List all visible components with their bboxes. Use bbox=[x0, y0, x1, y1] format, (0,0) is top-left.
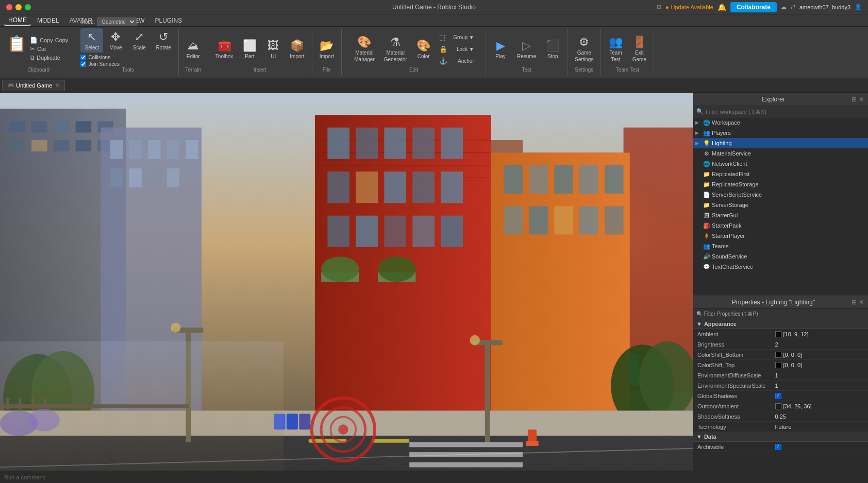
appearance-section[interactable]: ▼ Appearance bbox=[693, 319, 868, 329]
menu-model[interactable]: MODEL bbox=[33, 16, 63, 25]
tree-arrow: ▶ bbox=[695, 130, 702, 135]
duplicate-button[interactable]: ⧉Duplicate bbox=[28, 54, 70, 62]
group-button[interactable]: ⬚Group ▼ bbox=[436, 32, 477, 42]
tree-item-serverscriptservice[interactable]: ▶ 📄 ServerScriptService bbox=[693, 189, 868, 200]
collisions-checkbox[interactable] bbox=[80, 55, 86, 60]
terrain-editor-button[interactable]: ⛰ Editor bbox=[182, 37, 205, 61]
properties-filter[interactable]: 🔍 Filter Properties (⇧⌘P) bbox=[693, 309, 868, 319]
tree-item-networkclient[interactable]: ▶ 🌐 NetworkClient bbox=[693, 159, 868, 169]
tree-item-serverstorage[interactable]: ▶ 📁 ServerStorage bbox=[693, 200, 868, 210]
properties-close-icon[interactable]: ✕ bbox=[859, 299, 864, 306]
tree-item-replicatedfirst[interactable]: ▶ 📁 ReplicatedFirst bbox=[693, 169, 868, 179]
mode-select[interactable]: Geometric bbox=[97, 18, 137, 26]
stop-button[interactable]: ⬛ Stop bbox=[541, 37, 564, 61]
colorshift-bottom-swatch[interactable] bbox=[775, 352, 781, 358]
svg-rect-23 bbox=[148, 168, 160, 187]
explorer-filter[interactable]: 🔍 bbox=[693, 106, 868, 117]
toolbox-button[interactable]: 🧰 Toolbox bbox=[211, 37, 237, 61]
tree-item-teams[interactable]: ▶ 👥 Teams bbox=[693, 241, 868, 251]
minimize-button[interactable] bbox=[15, 4, 22, 10]
tree-item-label: NetworkClient bbox=[712, 161, 747, 167]
explorer-filter-input[interactable] bbox=[706, 109, 865, 115]
viewport[interactable]: FUNDAMENTALS bbox=[0, 93, 693, 471]
prop-colorshift-bottom: ColorShift_Bottom [0, 0, 0] bbox=[693, 350, 868, 360]
ui-button[interactable]: 🖼 UI bbox=[262, 37, 285, 61]
properties-expand-icon[interactable]: ⊞ bbox=[852, 299, 857, 306]
colorshift-top-swatch[interactable] bbox=[775, 362, 781, 368]
tree-item-starterpack[interactable]: ▶ 🎒 StarterPack bbox=[693, 220, 868, 231]
mode-label: Mode: bbox=[80, 19, 95, 25]
archivable-checkbox[interactable]: ✓ bbox=[775, 444, 781, 450]
material-generator-button[interactable]: ⚗ Material Generator bbox=[380, 33, 411, 64]
move-tool-button[interactable]: ✥ Move bbox=[104, 28, 127, 53]
lock-button[interactable]: 🔒Lock ▼ bbox=[436, 44, 477, 54]
svg-rect-99 bbox=[287, 414, 298, 430]
nav-tabs: 🎮 Untitled Game ✕ bbox=[0, 78, 868, 93]
tree-item-soundservice[interactable]: ▶ 🔊 SoundService bbox=[693, 251, 868, 262]
copy-button[interactable]: 📄CopyCopy bbox=[28, 36, 70, 44]
svg-rect-19 bbox=[167, 140, 179, 159]
tree-item-workspace[interactable]: ▶ 🌐 Workspace bbox=[693, 117, 868, 128]
tree-item-players[interactable]: ▶ 👥 Players bbox=[693, 128, 868, 138]
select-tool-button[interactable]: ↖ Select bbox=[80, 28, 103, 53]
paste-button[interactable]: 📋 📄CopyCopy ✂Cut ⧉Duplicate bbox=[3, 34, 74, 64]
data-section[interactable]: ▼ Data bbox=[693, 432, 868, 442]
svg-rect-51 bbox=[441, 216, 463, 247]
outdoor-ambient-swatch[interactable] bbox=[775, 403, 781, 409]
tree-item-textchatservice[interactable]: ▶ 💬 TextChatService bbox=[693, 262, 868, 272]
tree-item-starterplayer[interactable]: ▶ 🧍 StarterPlayer bbox=[693, 231, 868, 241]
import-button[interactable]: 📂 Import bbox=[315, 37, 338, 61]
file-section: 📂 Import File bbox=[312, 29, 342, 76]
tab-untitled-game[interactable]: 🎮 Untitled Game ✕ bbox=[2, 80, 65, 91]
maximize-icon[interactable]: ⊞ bbox=[657, 4, 661, 10]
game-settings-button[interactable]: ⚙ Game Settings bbox=[571, 33, 597, 64]
resume-button[interactable]: ▷ Resume bbox=[513, 37, 540, 61]
material-manager-button[interactable]: 🎨 Material Manager bbox=[350, 33, 378, 64]
svg-point-89 bbox=[338, 424, 348, 435]
window-title: Untitled Game - Roblox Studio bbox=[392, 4, 476, 11]
tree-item-label: MaterialService bbox=[712, 150, 751, 157]
terrain-label: Terrain bbox=[186, 67, 202, 74]
rotate-tool-button[interactable]: ↺ Rotate bbox=[152, 28, 175, 53]
tree-item-replicatedstorage[interactable]: ▶ 📁 ReplicatedStorage bbox=[693, 179, 868, 189]
command-input[interactable]: Run a command bbox=[4, 474, 46, 480]
section-arrow: ▼ bbox=[696, 321, 702, 327]
import3d-button[interactable]: 📦 Import bbox=[286, 37, 308, 61]
scale-tool-button[interactable]: ⤢ Scale bbox=[128, 28, 151, 53]
tree-item-lighting[interactable]: ▶ 💡 Lighting bbox=[693, 138, 868, 148]
update-available-badge[interactable]: ● ● Update Available Update Available bbox=[665, 4, 713, 10]
join-surfaces-checkbox[interactable] bbox=[80, 61, 86, 67]
svg-rect-79 bbox=[409, 442, 523, 447]
explorer-expand-icon[interactable]: ⊞ bbox=[852, 96, 857, 103]
tree-item-label: Workspace bbox=[712, 119, 740, 126]
anchor-button[interactable]: ⚓Anchor bbox=[436, 56, 477, 66]
tree-item-materialservice[interactable]: ▶ ⚙ MaterialService bbox=[693, 148, 868, 159]
close-button[interactable] bbox=[6, 4, 12, 10]
prop-env-diffuse: EnvironmentDiffuseScale 1 bbox=[693, 370, 868, 381]
teams-icon: 👥 bbox=[703, 242, 711, 250]
team-test-button[interactable]: 👥 Team Test bbox=[604, 33, 627, 64]
svg-point-95 bbox=[470, 335, 480, 346]
notification-icon[interactable]: 🔔 bbox=[717, 3, 726, 11]
svg-rect-100 bbox=[299, 414, 310, 430]
user-avatar[interactable]: 👤 bbox=[855, 4, 862, 10]
play-button[interactable]: ▶ Play bbox=[489, 37, 512, 61]
global-shadows-checkbox[interactable]: ✓ bbox=[775, 393, 781, 399]
part-button[interactable]: ⬜ Part bbox=[238, 37, 261, 61]
clipboard-section: 📋 📄CopyCopy ✂Cut ⧉Duplicate Clipboard bbox=[0, 29, 77, 76]
ambient-swatch[interactable] bbox=[775, 331, 781, 337]
exit-game-button[interactable]: 🚪 Exit Game bbox=[628, 33, 650, 64]
cut-button[interactable]: ✂Cut bbox=[28, 45, 70, 53]
tree-item-startergui[interactable]: ▶ 🖼 StarterGui bbox=[693, 210, 868, 220]
explorer-close-icon[interactable]: ✕ bbox=[859, 96, 864, 103]
team-test-section: 👥 Team Test 🚪 Exit Game Team Test bbox=[601, 29, 654, 76]
menu-home[interactable]: HOME bbox=[4, 15, 31, 26]
maximize-button[interactable] bbox=[25, 4, 31, 10]
svg-rect-16 bbox=[110, 140, 123, 159]
tab-close-button[interactable]: ✕ bbox=[55, 82, 59, 88]
collaborate-button[interactable]: Collaborate bbox=[730, 2, 777, 12]
players-icon: 👥 bbox=[703, 129, 711, 137]
svg-rect-44 bbox=[384, 171, 406, 203]
prop-ambient: Ambient [10, 9, 12] bbox=[693, 329, 868, 339]
color-button[interactable]: 🎨 Color bbox=[412, 37, 435, 61]
